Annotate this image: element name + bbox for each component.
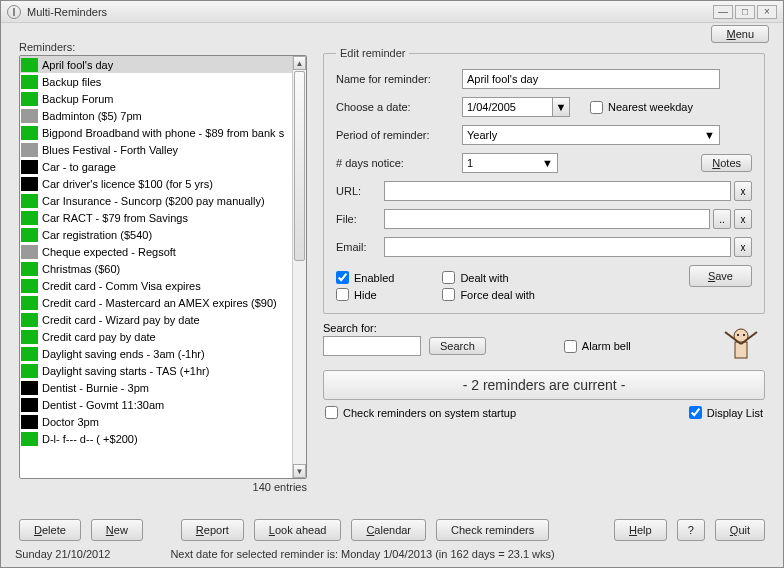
save-button[interactable]: Save [689,265,752,287]
status-date: Sunday 21/10/2012 [15,548,110,560]
email-input[interactable] [384,237,731,257]
email-clear-button[interactable]: x [734,237,752,257]
list-item[interactable]: Daylight saving ends - 3am (-1hr) [20,345,292,362]
display-list-checkbox[interactable] [689,406,702,419]
scroll-thumb[interactable] [294,71,305,261]
app-icon [7,5,21,19]
list-item-label: Car RACT - $79 from Savings [42,212,188,224]
list-item[interactable]: Backup Forum [20,90,292,107]
list-item-label: Credit card - Comm Visa expires [42,280,201,292]
color-swatch [21,211,38,225]
list-item[interactable]: Credit card pay by date [20,328,292,345]
list-item-label: Car Insurance - Suncorp ($200 pay manual… [42,195,265,207]
hide-checkbox[interactable] [336,288,349,301]
reminders-label: Reminders: [19,41,307,53]
name-label: Name for reminder: [336,73,462,85]
new-button[interactable]: New [91,519,143,541]
close-button[interactable]: × [757,5,777,19]
list-item[interactable]: D-l- f--- d-- ( +$200) [20,430,292,447]
list-item-label: April fool's day [42,59,113,71]
list-item-label: Badminton ($5) 7pm [42,110,142,122]
current-reminders-banner[interactable]: - 2 reminders are current - [323,370,765,400]
list-item[interactable]: Credit card - Comm Visa expires [20,277,292,294]
color-swatch [21,92,38,106]
report-button[interactable]: Report [181,519,244,541]
list-item[interactable]: Cheque expected - Regsoft [20,243,292,260]
status-next: Next date for selected reminder is: Mond… [170,548,554,560]
search-button[interactable]: Search [429,337,486,355]
help-question-button[interactable]: ? [677,519,705,541]
file-label: File: [336,213,384,225]
period-select[interactable]: Yearly▼ [462,125,720,145]
list-item[interactable]: Christmas ($60) [20,260,292,277]
force-deal-checkbox[interactable] [442,288,455,301]
scroll-down-button[interactable]: ▼ [293,464,306,478]
list-item[interactable]: Car - to garage [20,158,292,175]
color-swatch [21,58,38,72]
calendar-button[interactable]: Calendar [351,519,426,541]
search-input[interactable] [323,336,421,356]
list-item-label: Car driver's licence $100 (for 5 yrs) [42,178,213,190]
list-item[interactable]: Dentist - Burnie - 3pm [20,379,292,396]
minimize-button[interactable]: — [713,5,733,19]
file-browse-button[interactable]: .. [713,209,731,229]
delete-button[interactable]: Delete [19,519,81,541]
list-item[interactable]: Dentist - Govmt 11:30am [20,396,292,413]
alarm-bell-checkbox[interactable] [564,340,577,353]
date-label: Choose a date: [336,101,462,113]
list-item-label: Car - to garage [42,161,116,173]
file-clear-button[interactable]: x [734,209,752,229]
list-item[interactable]: Credit card - Mastercard an AMEX expires… [20,294,292,311]
nearest-weekday-label: Nearest weekday [608,101,693,113]
color-swatch [21,194,38,208]
quit-button[interactable]: Quit [715,519,765,541]
chevron-down-icon: ▼ [542,157,553,169]
url-clear-button[interactable]: x [734,181,752,201]
list-item[interactable]: Credit card - Wizard pay by date [20,311,292,328]
reminders-listbox[interactable]: April fool's dayBackup filesBackup Forum… [19,55,307,479]
list-item[interactable]: April fool's day [20,56,292,73]
list-item[interactable]: Car registration ($540) [20,226,292,243]
help-button[interactable]: Help [614,519,667,541]
file-input[interactable] [384,209,710,229]
svg-point-4 [737,334,739,336]
list-item[interactable]: Blues Festival - Forth Valley [20,141,292,158]
menu-button[interactable]: Menu [711,25,769,43]
notes-button[interactable]: Notes [701,154,752,172]
mascot-icon [719,322,763,366]
color-swatch [21,228,38,242]
list-item[interactable]: Car RACT - $79 from Savings [20,209,292,226]
notice-select[interactable]: 1▼ [462,153,558,173]
edit-legend: Edit reminder [336,47,409,59]
url-input[interactable] [384,181,731,201]
list-item[interactable]: Doctor 3pm [20,413,292,430]
look-ahead-button[interactable]: Look ahead [254,519,342,541]
check-reminders-button[interactable]: Check reminders [436,519,549,541]
window-title: Multi-Reminders [27,6,713,18]
list-item[interactable]: Car Insurance - Suncorp ($200 pay manual… [20,192,292,209]
list-item[interactable]: Bigpond Broadband with phone - $89 from … [20,124,292,141]
list-item-label: Credit card - Mastercard an AMEX expires… [42,297,277,309]
color-swatch [21,245,38,259]
scroll-up-button[interactable]: ▲ [293,56,306,70]
dealt-with-checkbox[interactable] [442,271,455,284]
scrollbar[interactable]: ▲ ▼ [292,56,306,478]
list-item[interactable]: Car driver's licence $100 (for 5 yrs) [20,175,292,192]
startup-checkbox[interactable] [325,406,338,419]
color-swatch [21,75,38,89]
list-item-label: D-l- f--- d-- ( +$200) [42,433,138,445]
maximize-button[interactable]: □ [735,5,755,19]
date-dropdown-button[interactable]: ▼ [552,97,570,117]
list-item-label: Backup files [42,76,101,88]
date-input[interactable] [462,97,552,117]
name-input[interactable] [462,69,720,89]
list-item-label: Blues Festival - Forth Valley [42,144,178,156]
status-bar: Sunday 21/10/2012 Next date for selected… [15,545,769,563]
list-item[interactable]: Backup files [20,73,292,90]
list-item-label: Backup Forum [42,93,114,105]
color-swatch [21,160,38,174]
list-item[interactable]: Badminton ($5) 7pm [20,107,292,124]
list-item[interactable]: Daylight saving starts - TAS (+1hr) [20,362,292,379]
enabled-checkbox[interactable] [336,271,349,284]
nearest-weekday-checkbox[interactable] [590,101,603,114]
